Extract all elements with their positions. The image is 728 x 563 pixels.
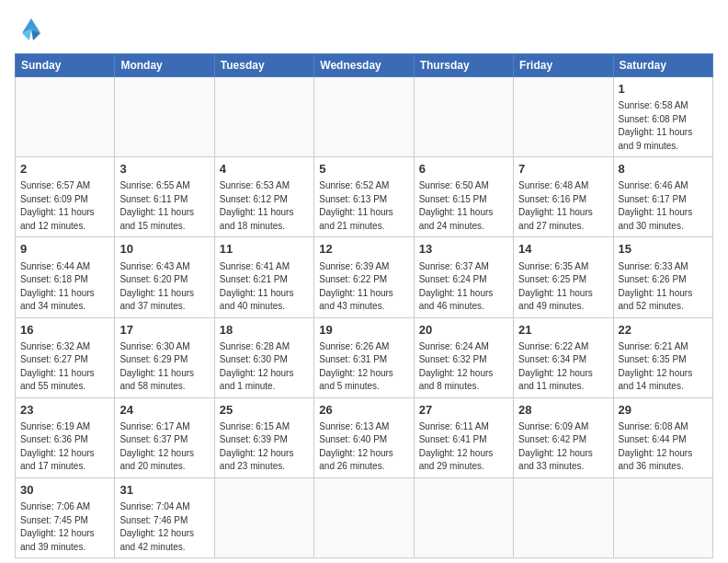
weekday-header-tuesday: Tuesday bbox=[214, 54, 313, 77]
day-number: 6 bbox=[419, 161, 508, 178]
weekday-header-monday: Monday bbox=[115, 54, 214, 77]
weekday-header-row: SundayMondayTuesdayWednesdayThursdayFrid… bbox=[16, 54, 713, 77]
day-number: 4 bbox=[220, 161, 309, 178]
calendar-week-row: 30Sunrise: 7:06 AM Sunset: 7:45 PM Dayli… bbox=[16, 477, 713, 557]
calendar-cell: 11Sunrise: 6:41 AM Sunset: 6:21 PM Dayli… bbox=[214, 237, 313, 317]
calendar-cell: 24Sunrise: 6:17 AM Sunset: 6:37 PM Dayli… bbox=[115, 397, 214, 477]
calendar-cell: 18Sunrise: 6:28 AM Sunset: 6:30 PM Dayli… bbox=[214, 317, 313, 397]
calendar-cell bbox=[214, 477, 313, 557]
day-number: 9 bbox=[20, 241, 109, 258]
day-number: 12 bbox=[319, 241, 408, 258]
day-info: Sunrise: 6:46 AM Sunset: 6:17 PM Dayligh… bbox=[619, 179, 708, 233]
day-number: 2 bbox=[20, 161, 109, 178]
day-number: 19 bbox=[319, 322, 408, 339]
calendar-cell: 22Sunrise: 6:21 AM Sunset: 6:35 PM Dayli… bbox=[613, 317, 712, 397]
weekday-header-thursday: Thursday bbox=[414, 54, 513, 77]
calendar-cell: 9Sunrise: 6:44 AM Sunset: 6:18 PM Daylig… bbox=[16, 237, 115, 317]
calendar-cell bbox=[514, 77, 613, 157]
weekday-header-friday: Friday bbox=[514, 54, 613, 77]
day-number: 3 bbox=[119, 161, 209, 178]
day-info: Sunrise: 6:21 AM Sunset: 6:35 PM Dayligh… bbox=[619, 340, 708, 394]
day-info: Sunrise: 6:28 AM Sunset: 6:30 PM Dayligh… bbox=[220, 340, 309, 394]
calendar-cell bbox=[414, 77, 513, 157]
day-info: Sunrise: 6:55 AM Sunset: 6:11 PM Dayligh… bbox=[119, 179, 209, 233]
weekday-header-wednesday: Wednesday bbox=[314, 54, 414, 77]
day-number: 17 bbox=[119, 322, 209, 339]
calendar-cell: 10Sunrise: 6:43 AM Sunset: 6:20 PM Dayli… bbox=[115, 237, 214, 317]
day-info: Sunrise: 6:52 AM Sunset: 6:13 PM Dayligh… bbox=[319, 179, 408, 233]
day-number: 21 bbox=[518, 322, 608, 339]
day-number: 30 bbox=[20, 482, 109, 499]
day-info: Sunrise: 6:33 AM Sunset: 6:26 PM Dayligh… bbox=[619, 260, 708, 314]
day-number: 14 bbox=[518, 241, 608, 258]
calendar-table: SundayMondayTuesdayWednesdayThursdayFrid… bbox=[15, 53, 713, 558]
calendar-cell: 4Sunrise: 6:53 AM Sunset: 6:12 PM Daylig… bbox=[214, 157, 313, 237]
calendar-cell: 20Sunrise: 6:24 AM Sunset: 6:32 PM Dayli… bbox=[414, 317, 513, 397]
logo bbox=[15, 15, 51, 44]
day-info: Sunrise: 6:19 AM Sunset: 6:36 PM Dayligh… bbox=[20, 420, 109, 474]
calendar-cell: 3Sunrise: 6:55 AM Sunset: 6:11 PM Daylig… bbox=[115, 157, 214, 237]
calendar-cell: 13Sunrise: 6:37 AM Sunset: 6:24 PM Dayli… bbox=[414, 237, 513, 317]
calendar-week-row: 16Sunrise: 6:32 AM Sunset: 6:27 PM Dayli… bbox=[16, 317, 713, 397]
day-info: Sunrise: 6:37 AM Sunset: 6:24 PM Dayligh… bbox=[419, 260, 508, 314]
day-info: Sunrise: 7:06 AM Sunset: 7:45 PM Dayligh… bbox=[20, 500, 109, 554]
calendar-week-row: 9Sunrise: 6:44 AM Sunset: 6:18 PM Daylig… bbox=[16, 237, 713, 317]
day-number: 16 bbox=[20, 322, 109, 339]
day-info: Sunrise: 6:39 AM Sunset: 6:22 PM Dayligh… bbox=[319, 260, 408, 314]
calendar-cell: 16Sunrise: 6:32 AM Sunset: 6:27 PM Dayli… bbox=[16, 317, 115, 397]
calendar-cell: 23Sunrise: 6:19 AM Sunset: 6:36 PM Dayli… bbox=[16, 397, 115, 477]
calendar-cell: 19Sunrise: 6:26 AM Sunset: 6:31 PM Dayli… bbox=[314, 317, 414, 397]
day-number: 26 bbox=[319, 402, 408, 419]
day-info: Sunrise: 6:50 AM Sunset: 6:15 PM Dayligh… bbox=[419, 179, 508, 233]
day-info: Sunrise: 6:17 AM Sunset: 6:37 PM Dayligh… bbox=[119, 420, 209, 474]
day-number: 13 bbox=[419, 241, 508, 258]
calendar-week-row: 2Sunrise: 6:57 AM Sunset: 6:09 PM Daylig… bbox=[16, 157, 713, 237]
calendar-cell: 7Sunrise: 6:48 AM Sunset: 6:16 PM Daylig… bbox=[514, 157, 613, 237]
calendar-cell: 25Sunrise: 6:15 AM Sunset: 6:39 PM Dayli… bbox=[214, 397, 313, 477]
day-info: Sunrise: 6:41 AM Sunset: 6:21 PM Dayligh… bbox=[220, 260, 309, 314]
day-info: Sunrise: 6:58 AM Sunset: 6:08 PM Dayligh… bbox=[619, 99, 708, 153]
calendar-cell: 2Sunrise: 6:57 AM Sunset: 6:09 PM Daylig… bbox=[16, 157, 115, 237]
calendar-cell: 26Sunrise: 6:13 AM Sunset: 6:40 PM Dayli… bbox=[314, 397, 414, 477]
calendar-cell bbox=[214, 77, 313, 157]
weekday-header-sunday: Sunday bbox=[16, 54, 115, 77]
day-number: 29 bbox=[619, 402, 708, 419]
calendar-cell: 12Sunrise: 6:39 AM Sunset: 6:22 PM Dayli… bbox=[314, 237, 414, 317]
day-info: Sunrise: 6:26 AM Sunset: 6:31 PM Dayligh… bbox=[319, 340, 408, 394]
calendar-cell bbox=[514, 477, 613, 557]
day-info: Sunrise: 6:43 AM Sunset: 6:20 PM Dayligh… bbox=[119, 260, 209, 314]
day-number: 31 bbox=[119, 482, 209, 499]
calendar-week-row: 1Sunrise: 6:58 AM Sunset: 6:08 PM Daylig… bbox=[16, 77, 713, 157]
svg-marker-0 bbox=[22, 18, 40, 33]
calendar-cell bbox=[314, 477, 414, 557]
day-info: Sunrise: 6:11 AM Sunset: 6:41 PM Dayligh… bbox=[419, 420, 508, 474]
day-number: 10 bbox=[119, 241, 209, 258]
calendar-cell: 8Sunrise: 6:46 AM Sunset: 6:17 PM Daylig… bbox=[613, 157, 712, 237]
day-number: 15 bbox=[619, 241, 708, 258]
page-header bbox=[15, 15, 713, 44]
day-info: Sunrise: 6:35 AM Sunset: 6:25 PM Dayligh… bbox=[518, 260, 608, 314]
day-number: 22 bbox=[619, 322, 708, 339]
day-number: 28 bbox=[518, 402, 608, 419]
calendar-cell: 31Sunrise: 7:04 AM Sunset: 7:46 PM Dayli… bbox=[115, 477, 214, 557]
day-info: Sunrise: 6:44 AM Sunset: 6:18 PM Dayligh… bbox=[20, 260, 109, 314]
calendar-cell: 27Sunrise: 6:11 AM Sunset: 6:41 PM Dayli… bbox=[414, 397, 513, 477]
calendar-cell bbox=[16, 77, 115, 157]
day-info: Sunrise: 6:24 AM Sunset: 6:32 PM Dayligh… bbox=[419, 340, 508, 394]
day-number: 8 bbox=[619, 161, 708, 178]
day-info: Sunrise: 6:30 AM Sunset: 6:29 PM Dayligh… bbox=[119, 340, 209, 394]
calendar-cell bbox=[613, 477, 712, 557]
day-number: 25 bbox=[220, 402, 309, 419]
calendar-cell bbox=[414, 477, 513, 557]
calendar-cell: 29Sunrise: 6:08 AM Sunset: 6:44 PM Dayli… bbox=[613, 397, 712, 477]
day-info: Sunrise: 6:48 AM Sunset: 6:16 PM Dayligh… bbox=[518, 179, 608, 233]
calendar-cell: 1Sunrise: 6:58 AM Sunset: 6:08 PM Daylig… bbox=[613, 77, 712, 157]
calendar-week-row: 23Sunrise: 6:19 AM Sunset: 6:36 PM Dayli… bbox=[16, 397, 713, 477]
day-number: 1 bbox=[619, 81, 708, 98]
day-info: Sunrise: 6:13 AM Sunset: 6:40 PM Dayligh… bbox=[319, 420, 408, 474]
day-number: 18 bbox=[220, 322, 309, 339]
day-number: 20 bbox=[419, 322, 508, 339]
day-number: 23 bbox=[20, 402, 109, 419]
calendar-cell: 21Sunrise: 6:22 AM Sunset: 6:34 PM Dayli… bbox=[514, 317, 613, 397]
logo-icon bbox=[15, 15, 48, 44]
